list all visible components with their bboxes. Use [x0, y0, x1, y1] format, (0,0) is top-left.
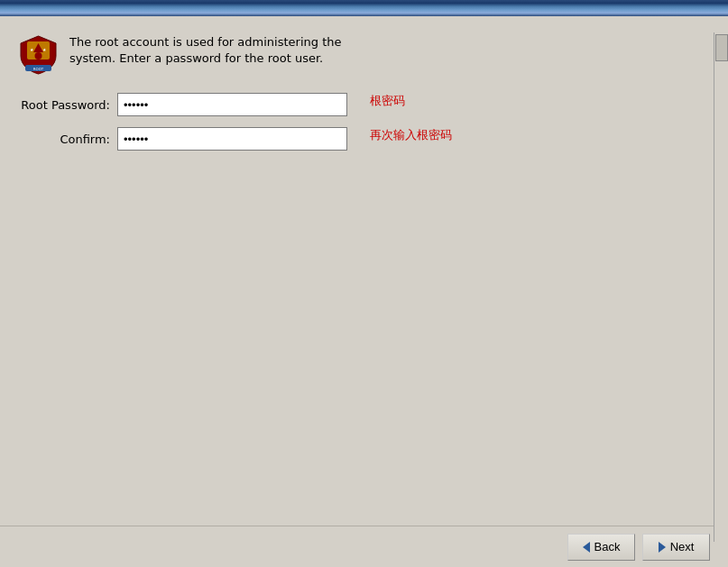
confirm-input[interactable] — [117, 127, 347, 151]
next-button[interactable]: Next — [642, 534, 710, 561]
back-button[interactable]: Back — [567, 534, 635, 561]
header-section: ★ ★ ROOT The root account is used for ad… — [18, 34, 701, 75]
confirm-label: Confirm: — [18, 133, 117, 146]
svg-point-2 — [35, 52, 42, 59]
svg-text:★: ★ — [30, 47, 34, 52]
next-arrow-icon — [659, 542, 666, 553]
confirm-row: Confirm: — [18, 127, 701, 151]
svg-text:ROOT: ROOT — [33, 67, 44, 71]
root-password-row: Root Password: — [18, 93, 701, 116]
header-description: The root account is used for administeri… — [69, 34, 376, 67]
top-gradient-bar — [0, 0, 728, 16]
next-button-label: Next — [670, 540, 695, 553]
root-password-input[interactable] — [117, 93, 347, 116]
root-password-label: Root Password: — [18, 98, 117, 112]
shield-icon: ★ ★ ROOT — [18, 34, 59, 75]
form-wrapper: Root Password: Confirm: 根密码 再次输入根密码 — [18, 93, 701, 151]
scrollbar[interactable] — [714, 32, 728, 542]
bottom-buttons-area: Back Next — [0, 526, 728, 567]
svg-rect-3 — [31, 59, 46, 63]
back-arrow-icon — [583, 542, 590, 553]
scrollbar-thumb[interactable] — [715, 34, 728, 61]
main-content-area: ★ ★ ROOT The root account is used for ad… — [0, 16, 728, 526]
svg-text:★: ★ — [42, 47, 47, 52]
annotation-root-password: 根密码 — [370, 93, 405, 109]
form-section: Root Password: Confirm: — [18, 93, 701, 151]
back-button-label: Back — [594, 540, 621, 553]
annotation-confirm-password: 再次输入根密码 — [370, 127, 452, 143]
